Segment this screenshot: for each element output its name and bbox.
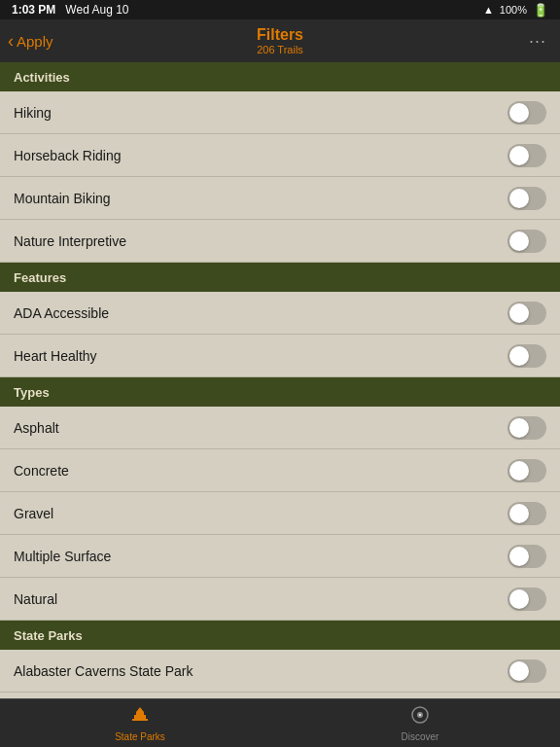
svg-point-6: [419, 714, 421, 716]
back-chevron-icon: ‹: [8, 32, 14, 50]
section-header-label-state-parks: State Parks: [14, 628, 83, 643]
item-label-heart-healthy: Heart Healthy: [14, 348, 97, 364]
item-label-alabaster-caverns: Alabaster Caverns State Park: [14, 663, 192, 679]
wifi-icon: ▲: [483, 4, 494, 16]
tab-icon-state-parks-tab: [130, 705, 150, 729]
list-item-alabaster-caverns: Alabaster Caverns State Park: [0, 650, 560, 693]
toggle-gravel[interactable]: [508, 502, 546, 525]
svg-rect-2: [136, 712, 144, 715]
nav-subtitle: 206 Trails: [257, 44, 303, 55]
list-item-gravel: Gravel: [0, 492, 560, 535]
svg-rect-1: [134, 715, 146, 719]
section-header-label-types: Types: [14, 385, 50, 400]
toggle-nature-interpretive[interactable]: [508, 230, 546, 253]
nav-title: Filters: [257, 26, 303, 44]
section-header-types: Types: [0, 377, 560, 407]
toggle-natural[interactable]: [508, 587, 546, 611]
item-label-asphalt: Asphalt: [14, 420, 59, 436]
toggle-mountain-biking[interactable]: [508, 187, 546, 210]
more-options-icon[interactable]: ···: [529, 31, 546, 52]
item-label-ada-accessible: ADA Accessible: [14, 305, 109, 321]
filter-list: ActivitiesHikingHorseback RidingMountain…: [0, 62, 560, 698]
back-label: Apply: [17, 33, 53, 50]
list-item-mountain-biking: Mountain Biking: [0, 177, 560, 220]
nav-center: Filters 206 Trails: [257, 26, 303, 55]
toggle-horseback-riding[interactable]: [508, 144, 546, 167]
nav-bar: ‹ Apply Filters 206 Trails ···: [0, 19, 560, 62]
toggle-concrete[interactable]: [508, 459, 546, 482]
battery-icon: 🔋: [533, 3, 548, 18]
toggle-asphalt[interactable]: [508, 416, 546, 440]
list-item-hiking: Hiking: [0, 91, 560, 134]
section-header-features: Features: [0, 263, 560, 292]
item-label-gravel: Gravel: [14, 506, 53, 521]
svg-rect-0: [132, 719, 148, 721]
tab-icon-discover-tab: [410, 705, 430, 729]
section-header-activities: Activities: [0, 62, 560, 91]
status-time: 1:03 PM: [12, 3, 55, 17]
item-label-mountain-biking: Mountain Biking: [14, 191, 111, 206]
toggle-heart-healthy[interactable]: [508, 344, 546, 368]
back-button[interactable]: ‹ Apply: [8, 32, 53, 50]
list-item-nature-interpretive: Nature Interpretive: [0, 220, 560, 263]
toggle-multiple-surface[interactable]: [508, 545, 546, 568]
battery-percent: 100%: [500, 4, 527, 16]
tab-label-state-parks-tab: State Parks: [115, 731, 165, 742]
list-item-natural: Natural: [0, 578, 560, 621]
toggle-hiking[interactable]: [508, 101, 546, 124]
item-label-hiking: Hiking: [14, 105, 52, 121]
item-label-horseback-riding: Horseback Riding: [14, 148, 122, 163]
item-label-multiple-surface: Multiple Surface: [14, 549, 111, 564]
tab-bar: State Parks Discover: [0, 698, 560, 747]
toggle-ada-accessible[interactable]: [508, 302, 546, 325]
list-item-concrete: Concrete: [0, 449, 560, 492]
section-header-label-features: Features: [14, 270, 66, 285]
status-date: Wed Aug 10: [65, 3, 128, 17]
list-item-multiple-surface: Multiple Surface: [0, 535, 560, 578]
item-label-natural: Natural: [14, 591, 57, 607]
item-label-concrete: Concrete: [14, 463, 69, 479]
tab-discover-tab[interactable]: Discover: [280, 705, 560, 742]
section-header-label-activities: Activities: [14, 70, 70, 85]
tab-state-parks-tab[interactable]: State Parks: [0, 705, 280, 742]
list-item-ada-accessible: ADA Accessible: [0, 292, 560, 335]
section-header-state-parks: State Parks: [0, 621, 560, 650]
status-bar: 1:03 PM Wed Aug 10 ▲ 100% 🔋: [0, 0, 560, 19]
list-item-horseback-riding: Horseback Riding: [0, 134, 560, 177]
svg-marker-3: [136, 707, 144, 712]
list-item-heart-healthy: Heart Healthy: [0, 335, 560, 377]
toggle-alabaster-caverns[interactable]: [508, 659, 546, 683]
tab-label-discover-tab: Discover: [402, 731, 439, 742]
list-item-asphalt: Asphalt: [0, 407, 560, 449]
item-label-nature-interpretive: Nature Interpretive: [14, 233, 126, 249]
